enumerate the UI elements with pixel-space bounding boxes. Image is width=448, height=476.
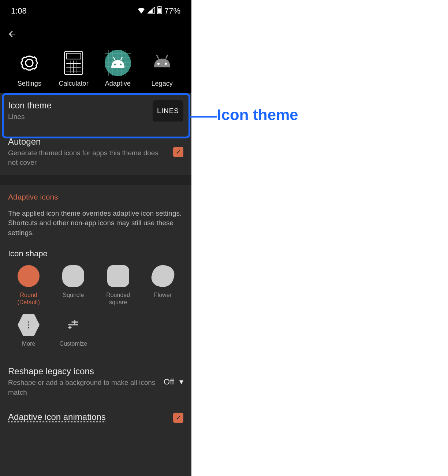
shape-round[interactable]: Round (Default) xyxy=(8,265,49,307)
preview-settings: Settings xyxy=(9,50,49,88)
shape-squircle[interactable]: Squircle xyxy=(53,265,94,307)
preview-label: Adaptive xyxy=(105,80,131,88)
reshape-row[interactable]: Reshape legacy icons Reshape or add a ba… xyxy=(0,359,191,405)
animations-checkbox[interactable]: ✓ xyxy=(173,413,183,423)
shape-rounded-square[interactable]: Rounded square xyxy=(98,265,139,307)
shape-name: Rounded square xyxy=(98,291,139,307)
shape-name: Flower xyxy=(154,291,172,299)
svg-rect-2 xyxy=(158,8,161,14)
autogen-checkbox[interactable]: ✓ xyxy=(173,147,183,157)
setting-title: Adaptive icon animations xyxy=(8,412,167,422)
shape-name: Squircle xyxy=(63,291,84,299)
icon-preview-row: Settings Calculator Adaptive Legacy xyxy=(4,50,188,88)
adaptive-header: Adaptive icons xyxy=(0,185,191,205)
setting-value: Lines xyxy=(8,112,147,122)
shape-flower[interactable]: Flower xyxy=(142,265,183,307)
shape-name: Customize xyxy=(60,340,87,348)
status-icons: 77% xyxy=(137,6,180,16)
wifi-icon xyxy=(137,6,145,16)
android-legacy-icon xyxy=(149,50,175,76)
reshape-dropdown[interactable]: Off ▾ xyxy=(164,377,183,387)
theme-badge: LINES xyxy=(153,100,183,122)
clock: 1:08 xyxy=(11,6,27,16)
customize-icon xyxy=(62,314,84,336)
phone-screen: 1:08 77% Settings xyxy=(0,0,191,476)
setting-title: Icon theme xyxy=(8,100,147,111)
gear-icon xyxy=(16,50,42,76)
preview-legacy: Legacy xyxy=(142,50,182,88)
calculator-icon xyxy=(60,50,87,76)
shape-more[interactable]: ⋮ More xyxy=(8,314,49,348)
status-bar: 1:08 77% xyxy=(0,0,191,22)
svg-rect-4 xyxy=(66,53,81,59)
android-adaptive-icon xyxy=(105,50,131,76)
shape-name: More xyxy=(22,340,35,348)
preview-label: Calculator xyxy=(59,80,89,88)
autogen-row[interactable]: Autogen Generate themed icons for apps t… xyxy=(0,129,191,175)
shape-name: Round (Default) xyxy=(8,291,49,307)
svg-point-12 xyxy=(114,64,116,66)
preview-adaptive: Adaptive xyxy=(98,50,138,88)
svg-line-18 xyxy=(157,55,158,59)
preview-calculator: Calculator xyxy=(53,50,94,88)
chevron-down-icon: ▾ xyxy=(179,377,183,387)
svg-point-13 xyxy=(120,64,122,66)
animations-row[interactable]: Adaptive icon animations ✓ xyxy=(0,405,191,424)
setting-desc: Reshape or add a background to make all … xyxy=(8,378,158,397)
svg-rect-1 xyxy=(159,6,160,7)
more-shape-icon: ⋮ xyxy=(18,314,40,336)
preview-label: Settings xyxy=(18,80,41,88)
preview-label: Legacy xyxy=(152,80,173,88)
battery-percent: 77% xyxy=(164,6,180,16)
round-shape-icon xyxy=(18,265,40,287)
dropdown-value: Off xyxy=(164,377,174,387)
setting-title: Reshape legacy icons xyxy=(8,366,158,376)
back-button[interactable] xyxy=(4,27,20,43)
settings-list: Icon theme Lines LINES Autogen Generate … xyxy=(0,93,191,424)
shape-customize[interactable]: Customize xyxy=(53,314,94,348)
divider xyxy=(0,175,191,185)
header: Settings Calculator Adaptive Legacy xyxy=(0,22,191,93)
svg-line-19 xyxy=(166,55,168,59)
signal-icon xyxy=(148,6,155,16)
squircle-shape-icon xyxy=(62,265,84,287)
shape-extras: ⋮ More Customize xyxy=(0,314,191,359)
shape-grid: Round (Default) Squircle Rounded square … xyxy=(0,265,191,314)
annotation-line xyxy=(190,116,217,118)
battery-icon xyxy=(157,6,162,16)
setting-desc: Generate themed icons for apps this them… xyxy=(8,148,167,168)
shape-label: Icon shape xyxy=(0,245,191,265)
svg-point-16 xyxy=(157,63,160,65)
adaptive-desc: The applied icon theme overrides adaptiv… xyxy=(0,205,191,245)
flower-shape-icon xyxy=(149,263,176,289)
setting-title: Autogen xyxy=(8,137,167,147)
svg-point-17 xyxy=(165,63,167,65)
annotation-label: Icon theme xyxy=(217,106,298,124)
icon-theme-row[interactable]: Icon theme Lines LINES xyxy=(0,93,191,129)
rounded-square-shape-icon xyxy=(107,265,129,287)
